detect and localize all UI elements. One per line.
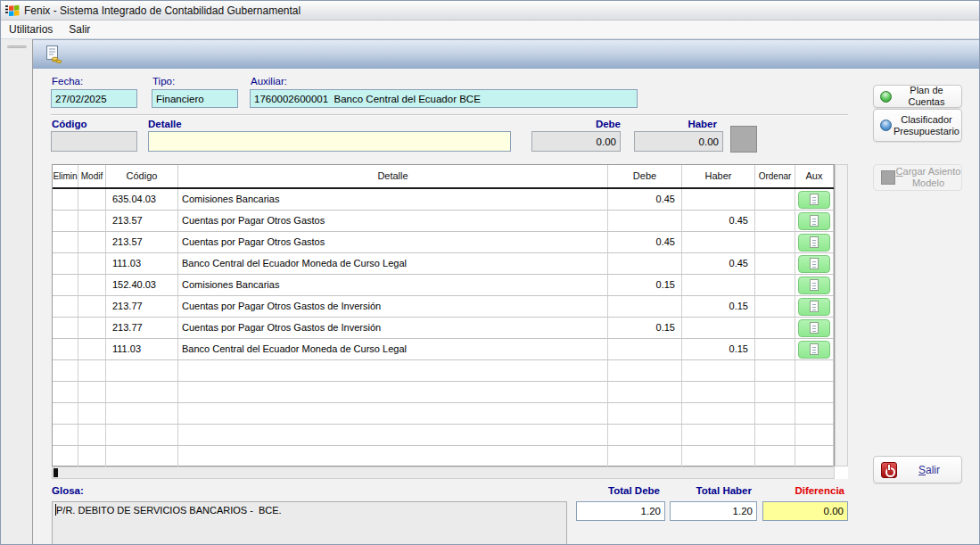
table-row[interactable]: 213.77Cuentas por Pagar Otros Gastos de … [53,318,834,339]
cell-detalle: Cuentas por Pagar Otros Gastos de Invers… [178,318,608,339]
app-icon [4,4,20,17]
table-row[interactable]: 152.40.03Comisiones Bancarias0.15 [53,275,834,296]
cell-modif [78,425,106,446]
cell-elimin [53,339,78,360]
cell-detalle: Banco Central del Ecuador Moneda de Curs… [178,339,608,360]
cargar-asiento-modelo-button[interactable]: Cargar Asiento Modelo [873,164,962,191]
aux-button[interactable] [798,319,830,337]
codigo-input[interactable] [51,131,137,152]
menu-salir[interactable]: Salir [61,21,98,38]
table-row[interactable]: 213.77Cuentas por Pagar Otros Gastos de … [53,296,834,318]
entry-action-button[interactable] [730,126,757,153]
table-vertical-scrollbar[interactable] [835,164,848,467]
aux-button[interactable] [798,277,830,294]
fecha-label: Fecha: [52,76,83,87]
blue-sphere-icon [880,120,892,131]
power-icon [881,462,897,478]
plan-de-cuentas-button[interactable]: Plan de Cuentas [873,85,962,108]
diferencia-label: Diferencia [762,485,848,496]
header-elimin: Elimin [53,165,78,187]
cell-ordenar [755,403,795,425]
haber-label: Haber [674,119,717,129]
table-row[interactable]: 213.57Cuentas por Pagar Otros Gastos0.45 [53,211,834,232]
detalle-input[interactable] [148,131,511,152]
cell-elimin [53,253,78,275]
cell-ordenar [755,360,795,382]
cell-codigo: 635.04.03 [106,189,178,211]
fecha-input[interactable] [51,89,137,108]
diferencia-input[interactable] [762,501,848,521]
table-horizontal-scrollbar[interactable] [52,467,835,479]
table-row[interactable] [53,403,834,425]
cell-modif [78,189,106,211]
cell-haber [682,425,755,446]
total-debe-input[interactable] [576,501,665,521]
cell-haber [682,232,755,253]
cell-ordenar [755,211,795,232]
aux-button[interactable] [798,341,830,359]
header-modif: Modif [78,165,106,187]
aux-button[interactable] [798,234,830,252]
auxiliar-input[interactable] [250,89,638,108]
scrollbar-thumb[interactable] [54,468,58,477]
table-row[interactable]: 213.57Cuentas por Pagar Otros Gastos0.45 [53,232,834,253]
haber-input[interactable] [634,131,723,152]
table-row[interactable]: 111.03Banco Central del Ecuador Moneda d… [53,339,834,360]
header-haber: Haber [682,165,755,187]
new-entry-button[interactable] [42,43,65,66]
menu-bar: Utilitarios Salir [1,21,979,39]
cell-codigo: 213.77 [106,296,178,318]
table-row[interactable] [53,382,834,403]
total-haber-input[interactable] [670,501,757,521]
cell-aux [795,360,834,382]
cell-modif [78,275,106,296]
menu-utilitarios[interactable]: Utilitarios [1,21,61,38]
cell-modif [78,232,106,253]
cell-codigo: 111.03 [106,253,178,275]
header-debe: Debe [608,165,682,187]
table-row[interactable] [53,360,834,382]
cell-codigo [106,360,178,382]
cell-debe [608,382,682,403]
table-row[interactable]: 111.03Banco Central del Ecuador Moneda d… [53,253,834,275]
table-row[interactable]: 635.04.03Comisiones Bancarias0.45 [53,189,834,211]
clasificador-presupuestario-button[interactable]: Clasificador Presupuestario [873,109,962,142]
cell-detalle [178,382,608,403]
cell-debe [608,339,682,360]
cell-aux [795,339,834,360]
debe-input[interactable] [531,131,621,152]
plan-de-cuentas-label: Plan de Cuentas [892,85,961,107]
document-icon [810,279,819,291]
cell-debe: 0.45 [608,189,682,211]
table-row[interactable] [53,446,834,467]
cell-ordenar [755,339,795,360]
cell-debe [608,403,682,425]
cell-ordenar [755,318,795,339]
glosa-textarea[interactable]: P/R. DEBITO DE SERVICIOS BANCARIOS - BCE… [52,501,567,545]
aux-button[interactable] [798,298,830,316]
glosa-text: P/R. DEBITO DE SERVICIOS BANCARIOS - BCE… [56,505,282,516]
cell-detalle: Cuentas por Pagar Otros Gastos [178,211,608,232]
salir-label: Salir [897,464,961,476]
aux-button[interactable] [798,255,830,273]
cell-modif [78,318,106,339]
aux-button[interactable] [798,191,830,209]
aux-button[interactable] [798,212,830,230]
document-icon [810,194,819,205]
table-row[interactable] [53,425,834,446]
salir-button[interactable]: Salir [873,456,962,483]
document-icon [810,322,819,334]
left-splitter-panel[interactable] [1,39,33,545]
cell-modif [78,360,106,382]
tipo-input[interactable] [152,89,238,108]
cell-haber [682,382,755,403]
entries-table: Elimin Modif Código Detalle Debe Haber O… [52,164,835,467]
cell-aux [795,296,834,318]
cell-haber [682,403,755,425]
cell-detalle: Comisiones Bancarias [178,275,608,296]
glosa-label: Glosa: [52,485,84,496]
gray-square-icon [881,170,895,185]
splitter-grip-icon[interactable] [7,45,27,48]
cell-elimin [53,232,78,253]
cell-debe: 0.15 [608,318,682,339]
